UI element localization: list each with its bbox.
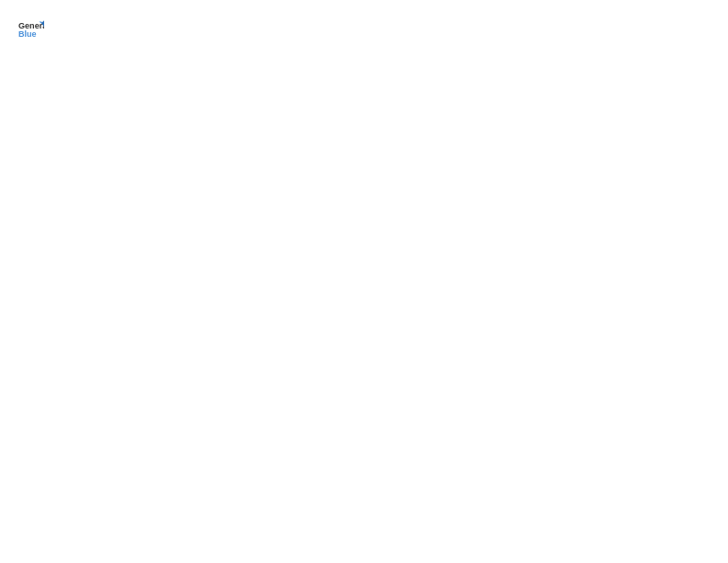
page: General Blue [0,0,728,61]
svg-text:Blue: Blue [18,29,37,39]
header-area: General Blue [18,17,710,42]
generalblue-icon: General Blue [18,17,44,42]
logo: General Blue [18,17,44,42]
